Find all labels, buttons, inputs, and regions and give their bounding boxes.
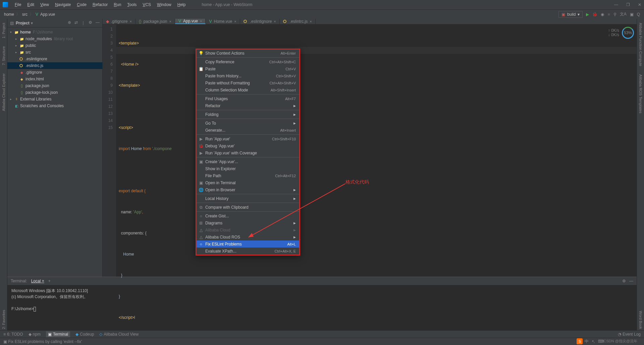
sidebar-title[interactable]: Project xyxy=(16,21,30,25)
menu-item-local-history[interactable]: Local History▶ xyxy=(197,195,299,202)
alibaba-ros-tab[interactable]: Alibaba ROS Templates xyxy=(639,73,643,115)
expand-icon[interactable]: ⇄ xyxy=(74,20,78,26)
terminal-tab[interactable]: ▣ Terminal xyxy=(46,331,70,337)
tree-scratches[interactable]: ◧Scratches and Consoles xyxy=(7,102,102,109)
breadcrumb[interactable]: home 〉 src 〉 V App.vue xyxy=(4,11,55,17)
close-icon[interactable]: × xyxy=(310,19,312,23)
tab-package-json[interactable]: {}package.json× xyxy=(136,19,175,24)
breadcrumb-item[interactable]: src xyxy=(22,12,28,17)
search-everywhere-icon[interactable]: Q xyxy=(637,12,640,17)
search-icon[interactable]: ⚲ xyxy=(613,12,616,17)
terminal-tab[interactable]: Local × xyxy=(31,279,44,283)
menu-edit[interactable]: Edit xyxy=(24,1,37,8)
menu-vcs[interactable]: VCS xyxy=(140,1,154,8)
menu-navigate[interactable]: Navigate xyxy=(52,1,73,8)
chevron-down-icon[interactable]: ▾ xyxy=(31,21,33,25)
event-log-tab[interactable]: ◔ Event Log xyxy=(618,332,641,337)
menu-item-generate[interactable]: Generate...Alt+Insert xyxy=(197,127,299,134)
breadcrumb-item[interactable]: home xyxy=(4,12,14,17)
tab--gitignore[interactable]: ◆.gitignore× xyxy=(103,19,136,24)
menu-item-diagrams[interactable]: ⊞Diagrams▶ xyxy=(197,219,299,226)
code-content[interactable]: <template> <Home /> </template> <script>… xyxy=(116,24,172,345)
stop-icon[interactable]: ■ xyxy=(607,12,610,17)
add-terminal-icon[interactable]: + xyxy=(48,279,51,283)
tree-public[interactable]: ▸📁public xyxy=(7,42,102,49)
menu-view[interactable]: View xyxy=(38,1,52,8)
menu-item-debug-app-vue[interactable]: 🐞Debug 'App.vue' xyxy=(197,142,299,149)
alibaba-fc-tab[interactable]: Alibaba Function Compute xyxy=(639,21,643,68)
menu-item-paste-without-formatting[interactable]: Paste without FormattingCtrl+Alt+Shift+V xyxy=(197,79,299,86)
layout-icon[interactable]: ▣ xyxy=(630,12,634,17)
gear-icon[interactable]: ⚙ xyxy=(622,279,626,283)
menu-item-run-app-vue-with-coverage[interactable]: ▶Run 'App.vue' with Coverage xyxy=(197,149,299,156)
menu-help[interactable]: Help xyxy=(175,1,189,8)
tree-gitignore[interactable]: ◆.gitignore xyxy=(7,69,102,76)
menu-item-alibaba-cloud-ros[interactable]: △Alibaba Cloud ROS▶ xyxy=(197,233,299,240)
tree-root[interactable]: ▾📁homeF:\Js\home xyxy=(7,29,102,36)
locate-icon[interactable]: ⊕ xyxy=(68,20,71,26)
menu-item-compare-with-clipboard[interactable]: ⧉Compare with Clipboard xyxy=(197,204,299,211)
tree-external-libs[interactable]: ▸⫴External Libraries xyxy=(7,96,102,102)
translate-icon[interactable]: 文A xyxy=(620,11,627,17)
gear-icon[interactable]: ⚙ xyxy=(89,20,92,26)
menu-run[interactable]: Run xyxy=(111,1,124,8)
menu-item-open-in-terminal[interactable]: ▣Open in Terminal xyxy=(197,179,299,186)
alibaba-explorer-tab[interactable]: Alibaba Cloud Explorer xyxy=(2,72,6,113)
menu-item-show-in-explorer[interactable]: Show in Explorer xyxy=(197,165,299,172)
favorites-tool-tab[interactable]: 2: Favorites xyxy=(2,308,6,330)
menu-window[interactable]: Window xyxy=(154,1,174,8)
close-icon[interactable]: × xyxy=(129,19,131,23)
tree-packagelock[interactable]: {}package-lock.json xyxy=(7,89,102,96)
tab-app-vue[interactable]: VApp.vue× xyxy=(175,19,206,24)
menu-item-evaluate-xpath[interactable]: Evaluate XPath...Ctrl+Alt+X, E xyxy=(197,248,299,255)
menu-tools[interactable]: Tools xyxy=(124,1,139,8)
menu-file[interactable]: File xyxy=(12,1,24,8)
run-icon[interactable]: ▶ xyxy=(586,12,589,17)
terminal-body[interactable]: Microsoft Windows [版本 10.0.19042.1110] (… xyxy=(7,285,637,315)
todo-tab[interactable]: ≡ 6: TODO xyxy=(3,332,23,337)
menu-item-fix-eslint-problems[interactable]: ○Fix ESLint ProblemsAlt+L xyxy=(197,240,299,248)
project-tool-tab[interactable]: 1: Project xyxy=(2,21,6,40)
menu-item-paste-from-history[interactable]: Paste from History...Ctrl+Shift+V xyxy=(197,72,299,79)
coverage-icon[interactable]: ◉ xyxy=(601,12,604,17)
tree-packagejson[interactable]: {}package.json xyxy=(7,82,102,89)
hide-icon[interactable]: — xyxy=(629,279,633,283)
close-icon[interactable]: × xyxy=(234,19,236,23)
npm-tab[interactable]: ◆ npm xyxy=(29,332,41,337)
menu-item-go-to[interactable]: Go To▶ xyxy=(197,120,299,127)
menu-item-file-path[interactable]: File PathCtrl+Alt+F12 xyxy=(197,172,299,179)
menu-item-open-in-browser[interactable]: 🌐Open in Browser▶ xyxy=(197,186,299,193)
menu-item-show-context-actions[interactable]: 💡Show Context ActionsAlt+Enter xyxy=(197,50,299,57)
menu-item-folding[interactable]: Folding▶ xyxy=(197,111,299,118)
word-book-tab[interactable]: Word Book xyxy=(639,309,643,330)
menu-item-column-selection-mode[interactable]: Column Selection ModeAlt+Shift+Insert xyxy=(197,86,299,93)
close-icon[interactable]: × xyxy=(200,19,202,23)
menu-item-run-app-vue[interactable]: ▶Run 'App.vue'Ctrl+Shift+F10 xyxy=(197,135,299,142)
menu-refactor[interactable]: Refactor xyxy=(90,1,110,8)
debug-icon[interactable]: 🐞 xyxy=(592,12,597,17)
tree-indexhtml[interactable]: ◆index.html xyxy=(7,76,102,82)
collapse-icon[interactable]: ｜ xyxy=(81,20,85,26)
menu-item-copy-reference[interactable]: Copy ReferenceCtrl+Alt+Shift+C xyxy=(197,58,299,65)
codeup-tab[interactable]: ◆ Codeup xyxy=(75,332,94,337)
tree-src[interactable]: ▸📁src xyxy=(7,49,102,56)
breadcrumb-item[interactable]: App.vue xyxy=(40,12,55,17)
menu-item-find-usages[interactable]: Find UsagesAlt+F7 xyxy=(197,95,299,102)
close-icon[interactable]: ✕ xyxy=(638,2,641,7)
maximize-icon[interactable]: ❐ xyxy=(626,2,630,7)
structure-tool-tab[interactable]: 7: Structure xyxy=(2,45,6,67)
close-icon[interactable]: × xyxy=(42,279,44,283)
tab--eslintignore[interactable]: .eslintignore× xyxy=(240,19,280,24)
hide-icon[interactable]: — xyxy=(96,20,100,26)
tree-eslintignore[interactable]: .eslintignore xyxy=(7,56,102,62)
menu-code[interactable]: Code xyxy=(74,1,89,8)
tab-home-vue[interactable]: VHome.vue× xyxy=(206,19,240,24)
menu-item-paste[interactable]: 📋PasteCtrl+V xyxy=(197,65,299,72)
menu-item-refactor[interactable]: Refactor▶ xyxy=(197,102,299,109)
tab--eslintrc-js[interactable]: .eslintrc.js× xyxy=(280,19,316,24)
menu-item-create-app-vue[interactable]: ▣Create 'App.vue'... xyxy=(197,158,299,165)
run-config-selector[interactable]: ▣ build ▾ xyxy=(558,11,583,18)
close-icon[interactable]: × xyxy=(274,19,276,23)
minimize-icon[interactable]: — xyxy=(614,2,618,7)
tree-node-modules[interactable]: ▸📁node_moduleslibrary root xyxy=(7,36,102,42)
